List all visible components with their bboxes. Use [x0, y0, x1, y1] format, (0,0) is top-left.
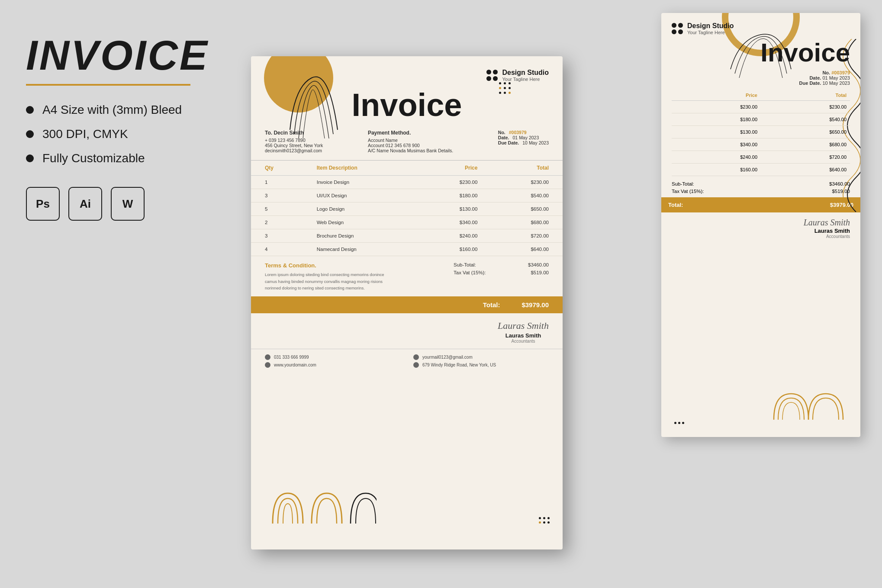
back-sig-script: Lauras Smith [672, 218, 850, 228]
front-terms: Terms & Condition. Lorem ipsum doloring … [265, 262, 395, 291]
features-list: A4 Size with (3mm) Bleed 300 DPI, CMYK F… [26, 103, 216, 165]
front-no-value: #003979 [509, 130, 527, 135]
front-bottom-arcs [264, 476, 377, 528]
front-subtotal-label: Sub-Total: [454, 262, 476, 267]
back-tax-value: $519.00 [832, 189, 850, 194]
front-subtotal-value: $3460.00 [528, 262, 549, 267]
back-total-bar: Total: $3979.00 [661, 197, 860, 212]
front-brand-tagline: Your Tagline Here [502, 77, 549, 82]
table-row: $130.00 $650.00 [672, 126, 850, 138]
table-row: $340.00 $680.00 [672, 138, 850, 151]
software-icons: Ps Ai W [26, 187, 216, 221]
front-pay-label: Payment Method. [368, 130, 453, 136]
back-brand-name: Design Studio [687, 22, 734, 30]
front-to-section: To. Decin Smith + 039 123 456 7890 456 Q… [265, 130, 323, 153]
front-contacts: 031 333 666 9999 yourmail0123@gmail.com … [251, 349, 563, 373]
feature-text-2: 300 DPI, CMYK [42, 127, 128, 141]
back-inv-no: #003979 [831, 70, 850, 75]
contact-web-text: www.yourdomain.com [274, 363, 316, 367]
col-desc: Item Description [311, 161, 421, 176]
back-sig-name: Lauras Smith [672, 228, 850, 234]
front-sig-footer: Lauras Smith Lauras Smith Accountants [251, 313, 563, 349]
bullet-icon [26, 106, 34, 114]
front-tax-value: $519.00 [531, 270, 549, 275]
table-row: $180.00 $540.00 [672, 113, 850, 126]
back-dots [674, 422, 684, 424]
front-bottom-section: Terms & Condition. Lorem ipsum doloring … [251, 256, 563, 291]
feature-item-3: Fully Customizable [26, 151, 216, 165]
back-sig-title: Accountants [672, 234, 850, 239]
front-brand-name: Design Studio [502, 68, 549, 77]
table-row: 2 Web Design $340.00 $680.00 [251, 216, 563, 229]
main-title: INVOICE [26, 35, 216, 76]
front-meta-section: No. #003979 Date. 01 May 2023 Due Date. … [498, 130, 549, 153]
feature-text-1: A4 Size with (3mm) Bleed [42, 103, 182, 117]
table-row: 4 Namecard Design $160.00 $640.00 [251, 243, 563, 256]
front-due-value: 10 May 2023 [522, 140, 549, 145]
front-date-label: Date. [498, 135, 509, 140]
front-no-label: No. [498, 130, 505, 135]
back-table: Price Total $230.00 $230.00 $180.00 $540… [672, 90, 850, 176]
back-signature: Lauras Smith Lauras Smith Accountants [661, 212, 860, 244]
front-pay-bank: A/C Name Novada Musimas Bank Details. [368, 148, 453, 153]
table-row: $230.00 $230.00 [672, 101, 850, 113]
front-to-label: To. Decin Smith [265, 130, 323, 136]
front-totals: Sub-Total: $3460.00 Tax Vat (15%): $519.… [454, 262, 549, 291]
col-price: Price [421, 161, 483, 176]
col-total: Total [483, 161, 563, 176]
contact-email: yourmail0123@gmail.com [413, 354, 549, 360]
table-row: 1 Invoice Design $230.00 $230.00 [251, 176, 563, 189]
contact-web: www.yourdomain.com [265, 362, 400, 368]
back-subtotals: Sub-Total:$3460.00 Tax Vat (15%):$519.00 [672, 176, 850, 194]
feature-text-3: Fully Customizable [42, 151, 145, 165]
front-brand-logo: Design Studio Your Tagline Here [486, 68, 549, 82]
front-tax-label: Tax Vat (15%): [454, 270, 486, 275]
front-terms-title: Terms & Condition. [265, 262, 395, 269]
front-due-label: Due Date. [498, 140, 519, 145]
table-row: 3 UI/UX Design $180.00 $540.00 [251, 189, 563, 202]
back-inv-date: 01 May 2023 [822, 75, 850, 80]
invoice-card-front: Design Studio Your Tagline Here Invoice … [251, 56, 563, 549]
contact-email-text: yourmail0123@gmail.com [422, 355, 473, 360]
bullet-icon [26, 154, 34, 162]
table-row: $160.00 $640.00 [672, 164, 850, 176]
contact-phone-text: 031 333 666 9999 [274, 355, 309, 360]
title-underline [26, 84, 190, 86]
table-row: $240.00 $720.00 [672, 151, 850, 164]
back-subtotal-value: $3460.00 [829, 181, 850, 186]
front-total-bar: Total: $3979.00 [251, 296, 563, 313]
front-signature: Lauras Smith Lauras Smith Accountants [498, 320, 549, 344]
back-inv-due: 10 May 2023 [822, 80, 850, 86]
front-pay-account-num: Account 012 345 678 900 [368, 143, 453, 148]
front-sig-name: Lauras Smith [498, 332, 549, 339]
contact-location: 679 Windy Ridge Road, New York, US [413, 362, 549, 368]
front-invoice-table: Qty Item Description Price Total 1 Invoi… [251, 161, 563, 256]
front-date-value: 01 May 2023 [513, 135, 539, 140]
front-pay-account-name: Account Name [368, 138, 453, 143]
photoshop-icon: Ps [26, 187, 60, 221]
illustrator-icon: Ai [68, 187, 102, 221]
back-brand-tagline: Your Tagline Here [687, 30, 734, 35]
front-sig-script: Lauras Smith [498, 320, 549, 331]
front-to-address: 456 Quincy Street, New York [265, 143, 323, 148]
invoice-card-back: Design Studio Your Tagline Here Invoice … [661, 13, 860, 437]
front-info-row: To. Decin Smith + 039 123 456 7890 456 Q… [251, 130, 563, 161]
front-bottom-dots [539, 517, 550, 524]
contact-location-text: 679 Windy Ridge Road, New York, US [422, 363, 496, 367]
feature-item-2: 300 DPI, CMYK [26, 127, 216, 141]
word-icon: W [111, 187, 145, 221]
back-brand-logo: Design Studio Your Tagline Here [672, 22, 734, 35]
table-row: 5 Logo Design $130.00 $650.00 [251, 202, 563, 216]
back-meta: No. #003979 Date. 01 May 2023 Due Date. … [672, 70, 850, 86]
left-panel: INVOICE A4 Size with (3mm) Bleed 300 DPI… [26, 35, 216, 221]
front-payment-section: Payment Method. Account Name Account 012… [368, 130, 453, 153]
bullet-icon [26, 130, 34, 138]
front-total-value: $3979.00 [521, 301, 549, 308]
table-row: 3 Brochure Design $240.00 $720.00 [251, 229, 563, 243]
back-invoice-heading: Invoice [672, 40, 850, 66]
col-qty: Qty [251, 161, 311, 176]
contact-phone: 031 333 666 9999 [265, 354, 400, 360]
front-invoice-heading: Invoice [251, 89, 563, 121]
feature-item-1: A4 Size with (3mm) Bleed [26, 103, 216, 117]
front-sig-title: Accountants [498, 339, 549, 344]
